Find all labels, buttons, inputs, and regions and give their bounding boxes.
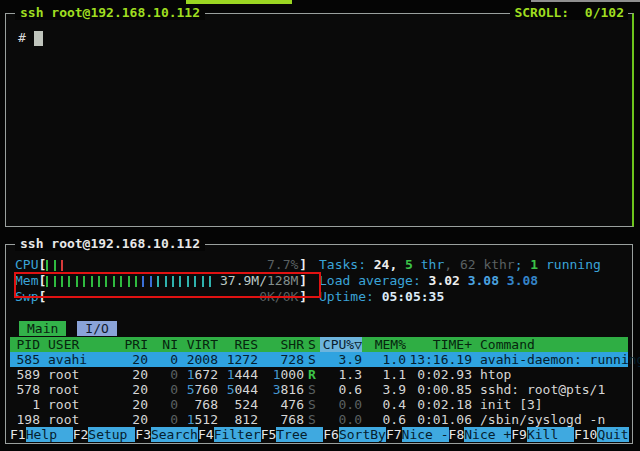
meter-bar	[128, 276, 130, 287]
htop-tabs: MainI/O	[19, 321, 117, 336]
process-row[interactable]: 198root2001512812768S0.00.60:01.06/sbin/…	[10, 412, 628, 427]
cell-pid: 198	[14, 412, 40, 427]
cpu-meter-bars: 7.7%	[46, 257, 299, 273]
meter-bar	[120, 276, 122, 287]
cell-shr: 3816	[258, 382, 304, 397]
tasks-line: Tasks: 24, 5 thr, 62 kthr; 1 running	[319, 257, 601, 273]
fkey-f1[interactable]: F1Help	[10, 427, 73, 442]
cell-res: 5044	[218, 382, 258, 397]
prompt-character: #	[18, 30, 26, 45]
cell-pid: 589	[14, 367, 40, 382]
column-header-s[interactable]: S	[304, 337, 320, 352]
process-row[interactable]: 589root200167214441000R1.31.10:02.93htop	[10, 367, 628, 382]
cpu-meter: CPU[7.7%]	[15, 257, 307, 273]
meter-bar	[68, 276, 70, 287]
tab-io[interactable]: I/O	[77, 321, 116, 336]
fkey-f6[interactable]: F6SortBy	[323, 427, 386, 442]
cell-ni: 0	[148, 382, 178, 397]
cell-shr: 1000	[258, 367, 304, 382]
shell-prompt[interactable]: #	[18, 30, 43, 46]
column-header-user[interactable]: USER	[40, 337, 120, 352]
bottom-pane-title: ssh root@192.168.10.112	[15, 236, 205, 251]
text-cursor	[34, 31, 43, 46]
column-header-virt[interactable]: VIRT	[178, 337, 218, 352]
meter-bar	[165, 276, 167, 287]
fkey-f9[interactable]: F9Kill	[511, 427, 574, 442]
process-row[interactable]: 578root200576050443816S0.63.90:00.85sshd…	[10, 382, 628, 397]
cell-mem: 1.0	[362, 352, 406, 367]
process-row[interactable]: 1root200768524476S0.00.40:02.18init [3]	[10, 397, 628, 412]
meter-bar	[54, 276, 56, 287]
meter-bar	[150, 276, 152, 287]
column-header-command[interactable]: Command	[472, 337, 535, 352]
terminal-screen: ssh root@192.168.10.112 SCROLL: 0/102 # …	[0, 0, 640, 451]
cell-virt: 768	[178, 397, 218, 412]
cell-command: /sbin/syslogd -n	[472, 412, 605, 427]
tab-main[interactable]: Main	[19, 321, 66, 336]
process-row[interactable]: 585avahi20020081272728S3.91.013:16.19ava…	[10, 352, 628, 367]
cell-s: S	[304, 397, 320, 412]
cell-pid: 1	[14, 397, 40, 412]
cell-pid: 578	[14, 382, 40, 397]
column-header-pid[interactable]: PID	[14, 337, 40, 352]
cell-s: S	[304, 412, 320, 427]
cell-command: avahi-daemon: running	[472, 352, 640, 367]
cell-res: 524	[218, 397, 258, 412]
cell-mem: 1.1	[362, 367, 406, 382]
meter-bar	[135, 276, 137, 287]
scroll-indicator: SCROLL: 0/102	[510, 5, 628, 20]
cell-time: 0:02.18	[406, 397, 472, 412]
meter-bar	[202, 276, 204, 287]
fkey-f8[interactable]: F8Nice +	[449, 427, 512, 442]
cell-s: R	[304, 367, 320, 382]
cell-pri: 20	[120, 397, 148, 412]
cell-pri: 20	[120, 382, 148, 397]
meter-bar	[157, 276, 159, 287]
column-header-pri[interactable]: PRI	[120, 337, 148, 352]
fkey-f2[interactable]: F2Setup	[73, 427, 136, 442]
cell-mem: 0.6	[362, 412, 406, 427]
top-decoration-gray-bar	[531, 0, 640, 2]
column-header-res[interactable]: RES	[218, 337, 258, 352]
mem-meter: Mem[37.9M/128M]	[15, 273, 307, 289]
swp-meter-bars: 0K/0K	[46, 289, 299, 305]
column-header-mem[interactable]: MEM%	[362, 337, 406, 352]
fkey-f3[interactable]: F3Search	[135, 427, 198, 442]
meter-bar	[105, 276, 107, 287]
fkey-f7[interactable]: F7Nice -	[386, 427, 449, 442]
cell-time: 0:02.93	[406, 367, 472, 382]
cell-cpu: 3.9	[320, 352, 362, 367]
cell-ni: 0	[148, 397, 178, 412]
meter-bar	[61, 276, 63, 287]
cell-mem: 3.9	[362, 382, 406, 397]
meter-bar	[76, 276, 78, 287]
meter-bar	[46, 276, 48, 287]
uptime-line: Uptime: 05:05:35	[319, 289, 444, 305]
cpu-meter-value: 7.7%	[267, 257, 298, 273]
meter-bar	[194, 276, 196, 287]
column-header-cpu[interactable]: CPU%▽	[320, 337, 362, 352]
cell-ni: 0	[148, 367, 178, 382]
top-ssh-pane[interactable]: ssh root@192.168.10.112 SCROLL: 0/102 #	[5, 13, 634, 227]
cell-time: 0:00.85	[406, 382, 472, 397]
load-average-line: Load average: 3.02 3.08 3.08	[319, 273, 538, 289]
column-header-shr[interactable]: SHR	[258, 337, 304, 352]
bottom-ssh-pane[interactable]: ssh root@192.168.10.112 CPU[7.7%]Mem[37.…	[5, 244, 633, 444]
column-header-ni[interactable]: NI	[148, 337, 178, 352]
cell-user: root	[40, 412, 120, 427]
cell-virt: 1512	[178, 412, 218, 427]
meter-bar	[54, 260, 56, 271]
cell-cpu: 1.3	[320, 367, 362, 382]
cell-ni: 0	[148, 352, 178, 367]
fkey-f5[interactable]: F5Tree	[261, 427, 324, 442]
process-table: PIDUSERPRINIVIRTRESSHRSCPU%▽MEM%TIME+Com…	[10, 337, 628, 427]
cell-pri: 20	[120, 412, 148, 427]
fkey-f10[interactable]: F10Quit	[574, 427, 629, 442]
function-key-bar: F1HelpF2SetupF3SearchF4FilterF5TreeF6Sor…	[10, 427, 628, 442]
cell-pri: 20	[120, 352, 148, 367]
cell-virt: 2008	[178, 352, 218, 367]
column-header-time[interactable]: TIME+	[406, 337, 472, 352]
swp-meter-value: 0K/0K	[259, 289, 298, 305]
cell-user: root	[40, 367, 120, 382]
fkey-f4[interactable]: F4Filter	[198, 427, 261, 442]
